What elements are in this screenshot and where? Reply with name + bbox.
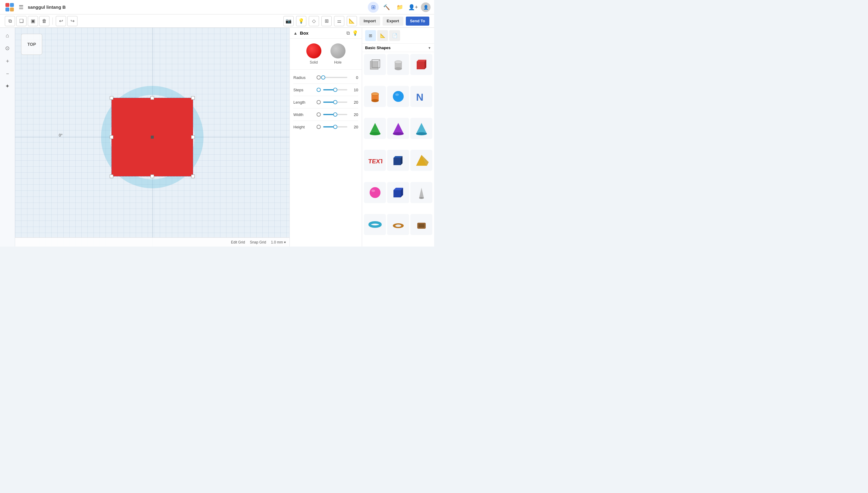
radius-slider-track[interactable] (323, 77, 347, 78)
canvas-area[interactable]: TOP 0° Edit Grid (15, 28, 290, 246)
account-add-btn[interactable]: 👤+ (408, 2, 419, 13)
red-box-shape[interactable] (111, 98, 193, 176)
measure-btn[interactable]: 📐 (347, 16, 357, 26)
align-btn[interactable]: ⚌ (334, 16, 344, 26)
shape-torus-brown[interactable] (387, 214, 409, 235)
redo-btn[interactable]: ↪ (67, 16, 78, 26)
snap-grid-value[interactable]: 1.0 mm ▾ (271, 240, 286, 244)
shapes-dropdown-btn[interactable]: ▼ (428, 46, 431, 50)
shape-container[interactable] (101, 89, 204, 185)
panel-copy-btn[interactable]: ⧉ (346, 30, 350, 36)
menu-icon[interactable]: ☰ (19, 4, 23, 10)
width-slider-thumb[interactable] (333, 112, 337, 116)
type-row: Solid Hole (290, 39, 362, 70)
solid-option[interactable]: Solid (306, 43, 321, 64)
shape-box-red[interactable] (410, 54, 432, 75)
handle-top-left[interactable] (110, 96, 113, 100)
svg-point-15 (393, 91, 404, 102)
shape-cone-purple[interactable] (387, 118, 409, 139)
width-slider-track[interactable] (323, 114, 347, 115)
svg-marker-35 (419, 188, 424, 198)
handle-top-right[interactable] (191, 96, 195, 100)
hammer-btn[interactable]: 🔨 (381, 2, 392, 13)
length-row: Length 20 (293, 97, 358, 108)
send-to-btn[interactable]: Send To (406, 17, 429, 26)
length-slider-thumb[interactable] (333, 100, 337, 104)
delete-btn[interactable]: 🗑 (39, 16, 49, 26)
shape-cylinder-gray[interactable] (387, 54, 409, 75)
handle-top-mid[interactable] (150, 96, 154, 100)
steps-row: Steps 10 (293, 84, 358, 95)
zoom-in-btn[interactable]: ＋ (2, 56, 13, 66)
handle-mid-right[interactable] (191, 135, 195, 139)
center-handle[interactable] (151, 135, 154, 138)
shapes-text-btn[interactable]: 📄 (389, 30, 400, 41)
avatar[interactable]: 👤 (421, 2, 430, 12)
width-input-btn[interactable] (317, 112, 321, 116)
group-btn[interactable]: ▣ (28, 16, 38, 26)
length-slider-track[interactable] (323, 102, 347, 103)
svg-point-16 (395, 93, 399, 96)
export-btn[interactable]: Export (383, 17, 403, 26)
steps-value: 10 (350, 88, 358, 92)
undo-btn[interactable]: ↩ (56, 16, 66, 26)
radius-value: 0 (350, 75, 358, 80)
edit-grid-label[interactable]: Edit Grid (231, 240, 245, 244)
height-input-btn[interactable] (317, 125, 321, 129)
copy-btn[interactable]: ⧉ (5, 16, 15, 26)
shapes-grid-btn[interactable]: ⊞ (365, 30, 376, 41)
duplicate-btn[interactable]: ❑ (16, 16, 26, 26)
shape-brown-misc[interactable] (410, 214, 432, 235)
height-label: Height (293, 125, 314, 129)
shape-cone-green[interactable] (364, 118, 386, 139)
height-value: 20 (350, 125, 358, 129)
import-btn[interactable]: Import (359, 17, 380, 26)
tag-btn[interactable]: ◇ (309, 16, 319, 26)
shapes-btn[interactable]: ✦ (2, 81, 13, 92)
layers-btn[interactable]: ⊞ (321, 16, 332, 26)
camera-btn[interactable]: 📷 (283, 16, 294, 26)
steps-label: Steps (293, 88, 314, 92)
svg-text:TEXT: TEXT (368, 158, 382, 165)
shapes-panel-header: ⊞ 📐 📄 (362, 28, 434, 44)
shape-cone-gray[interactable] (410, 182, 432, 203)
height-slider-thumb[interactable] (333, 125, 337, 129)
shapes-list-btn[interactable]: 📐 (377, 30, 388, 41)
home-btn[interactable]: ⌂ (2, 30, 13, 41)
grid-view-btn[interactable]: ⊞ (368, 2, 379, 13)
fit-btn[interactable]: ⊙ (2, 43, 13, 53)
handle-mid-left[interactable] (110, 135, 113, 139)
zoom-out-btn[interactable]: － (2, 68, 13, 79)
steps-slider-track[interactable] (323, 89, 347, 90)
shape-cone-teal[interactable] (410, 118, 432, 139)
bulb-btn[interactable]: 💡 (296, 16, 306, 26)
shape-sphere-blue[interactable] (387, 86, 409, 107)
height-row: Height 20 (293, 122, 358, 132)
height-slider-track[interactable] (323, 126, 347, 127)
shape-sphere-pink[interactable] (364, 182, 386, 203)
shape-pyramid-yellow[interactable] (410, 150, 432, 171)
hole-option[interactable]: Hole (331, 43, 345, 64)
property-panel: ▲ Box ⧉ 💡 Solid Hole Radius (290, 28, 362, 246)
svg-rect-32 (394, 190, 401, 197)
handle-bottom-left[interactable] (110, 174, 113, 178)
shape-box-dark-blue[interactable] (387, 150, 409, 171)
shape-text-red[interactable]: TEXT (364, 150, 386, 171)
svg-rect-5 (372, 60, 380, 67)
shape-cylinder-orange[interactable] (364, 86, 386, 107)
svg-point-23 (416, 132, 427, 135)
shape-n-blue[interactable]: N (410, 86, 432, 107)
radius-input-btn[interactable] (317, 75, 321, 80)
steps-input-btn[interactable] (317, 88, 321, 92)
length-input-btn[interactable] (317, 100, 321, 104)
steps-slider-thumb[interactable] (333, 88, 337, 92)
shape-torus-teal[interactable] (364, 214, 386, 235)
folder-btn[interactable]: 📁 (394, 2, 405, 13)
panel-bulb-btn[interactable]: 💡 (352, 30, 358, 36)
handle-bottom-mid[interactable] (150, 174, 154, 178)
handle-bottom-right[interactable] (191, 174, 195, 178)
shape-cube-navy[interactable] (387, 182, 409, 203)
shape-box-diagonal[interactable] (364, 54, 386, 75)
panel-collapse-btn[interactable]: ▲ (293, 31, 298, 36)
radius-slider-thumb[interactable] (321, 75, 325, 80)
